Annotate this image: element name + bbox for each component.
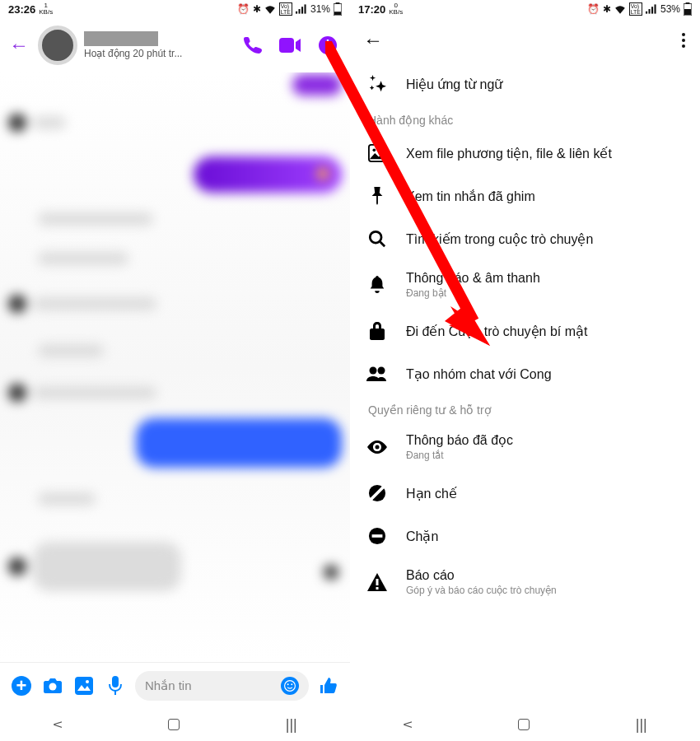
nav-home[interactable] <box>518 719 530 730</box>
svg-rect-0 <box>296 12 297 14</box>
svg-rect-34 <box>372 534 383 538</box>
row-label: Chặn <box>406 529 687 544</box>
video-call-button[interactable] <box>274 30 306 61</box>
signal-icon <box>646 4 657 14</box>
svg-point-29 <box>376 445 380 449</box>
row-label: Thông báo & âm thanh <box>406 271 687 286</box>
row-label: Xem file phương tiện, file & liên kết <box>406 146 687 161</box>
svg-rect-9 <box>75 677 93 695</box>
composer: + Nhắn tin <box>0 662 350 708</box>
svg-rect-35 <box>376 579 379 585</box>
emoji-button[interactable] <box>281 677 299 695</box>
battery-icon <box>684 2 692 16</box>
bluetooth-icon: ✱ <box>253 3 261 15</box>
row-label: Tạo nhóm chat với Cong <box>406 366 687 382</box>
row-label: Thông báo đã đọc <box>406 432 687 448</box>
row-notifications-sound[interactable]: Thông báo & âm thanh Đang bật <box>355 260 700 310</box>
camera-button[interactable] <box>41 674 64 697</box>
search-icon <box>366 228 388 249</box>
row-label: Xem tin nhắn đã ghim <box>406 189 687 204</box>
more-actions-button[interactable]: + <box>10 674 33 697</box>
volte-icon: Vo)LTE <box>629 2 642 16</box>
nav-back[interactable]: < <box>403 718 413 731</box>
contact-info[interactable]: Hoạt động 20 phút tr... <box>84 31 230 59</box>
back-button[interactable]: ← <box>7 33 31 58</box>
svg-rect-5 <box>336 2 340 4</box>
svg-line-26 <box>380 242 385 247</box>
block-icon <box>366 525 388 547</box>
activity-status: Hoạt động 20 phút tr... <box>84 48 230 59</box>
row-block[interactable]: Chặn <box>355 515 700 557</box>
nav-recent[interactable]: ||| <box>636 716 647 734</box>
status-left: 23:26 1KB/s <box>8 2 53 16</box>
android-navbar: < ||| <box>0 708 350 741</box>
row-secret-conversation[interactable]: Đi đến Cuộc trò chuyện bí mật <box>355 310 700 352</box>
svg-point-27 <box>370 367 377 375</box>
seen-avatar-icon <box>324 565 338 580</box>
svg-rect-18 <box>651 7 653 13</box>
settings-list[interactable]: Hiệu ứng từ ngữ Hành động khác Xem file … <box>350 63 700 708</box>
row-label: Hạn chế <box>406 486 687 501</box>
svg-rect-16 <box>646 12 647 14</box>
voice-button[interactable] <box>104 674 127 697</box>
outgoing-bubble <box>136 418 342 468</box>
incoming-bubble <box>8 295 156 313</box>
status-right: ⏰ ✱ Vo)LTE 53% <box>587 2 692 16</box>
placeholder: Nhắn tin <box>145 678 192 693</box>
row-word-effects[interactable]: Hiệu ứng từ ngữ <box>355 63 700 105</box>
clock: 17:20 <box>358 3 385 16</box>
volte-icon: Vo)LTE <box>279 2 292 16</box>
row-restrict[interactable]: Hạn chế <box>355 472 700 515</box>
alarm-icon: ⏰ <box>237 3 250 15</box>
incoming-bubble <box>38 252 128 265</box>
chat-header: ← Hoạt động 20 phút tr... i <box>0 18 350 72</box>
row-read-receipts[interactable]: Thông báo đã đọc Đang tắt <box>355 422 700 472</box>
row-report[interactable]: Báo cáo Góp ý và báo cáo cuộc trò chuyện <box>355 557 700 607</box>
lock-icon <box>366 320 388 342</box>
row-sublabel: Đang tắt <box>406 450 687 461</box>
svg-point-8 <box>49 683 57 690</box>
settings-header: ← <box>350 18 700 63</box>
svg-rect-21 <box>686 2 690 4</box>
gallery-button[interactable] <box>72 674 96 697</box>
info-button[interactable]: i <box>312 30 343 61</box>
nav-home[interactable] <box>168 719 180 730</box>
row-pinned-messages[interactable]: Xem tin nhắn đã ghim <box>355 175 700 217</box>
chat-body[interactable] <box>0 72 350 662</box>
nav-recent[interactable]: ||| <box>286 716 297 734</box>
bluetooth-icon: ✱ <box>603 3 611 15</box>
eye-icon <box>366 436 388 458</box>
message-input[interactable]: Nhắn tin <box>135 671 309 701</box>
net-speed: 1KB/s <box>39 2 53 16</box>
outgoing-bubble <box>194 156 342 193</box>
status-left: 17:20 0KB/s <box>358 2 403 16</box>
nav-back[interactable]: < <box>53 718 63 731</box>
incoming-bubble <box>38 344 104 357</box>
like-button[interactable] <box>317 674 340 697</box>
sparkle-icon <box>366 73 388 95</box>
svg-rect-36 <box>376 587 379 590</box>
row-sublabel: Đang bật <box>406 287 687 299</box>
warning-icon <box>366 571 388 593</box>
android-navbar: < ||| <box>350 708 700 741</box>
incoming-bubble <box>8 542 181 591</box>
chat-screen: 23:26 1KB/s ⏰ ✱ Vo)LTE 31% ← Hoạt động 2… <box>0 0 350 741</box>
people-icon <box>366 363 388 384</box>
incoming-bubble <box>8 114 66 132</box>
row-media-files[interactable]: Xem file phương tiện, file & liên kết <box>355 132 700 175</box>
avatar[interactable] <box>38 26 77 65</box>
svg-rect-22 <box>684 9 691 15</box>
voice-call-button[interactable] <box>236 30 268 61</box>
svg-rect-6 <box>334 12 341 15</box>
restrict-icon <box>366 482 388 504</box>
row-create-group[interactable]: Tạo nhóm chat với Cong <box>355 352 700 395</box>
incoming-bubble <box>8 384 156 402</box>
row-label: Đi đến Cuộc trò chuyện bí mật <box>406 324 687 339</box>
more-options-button[interactable] <box>675 33 692 48</box>
row-sublabel: Góp ý và báo cáo cuộc trò chuyện <box>406 585 687 596</box>
back-button[interactable]: ← <box>358 26 388 55</box>
row-search-conversation[interactable]: Tìm kiếm trong cuộc trò chuyện <box>355 217 700 260</box>
status-bar-left: 23:26 1KB/s ⏰ ✱ Vo)LTE 31% <box>0 0 350 18</box>
svg-point-15 <box>291 683 292 685</box>
svg-point-10 <box>86 680 89 683</box>
